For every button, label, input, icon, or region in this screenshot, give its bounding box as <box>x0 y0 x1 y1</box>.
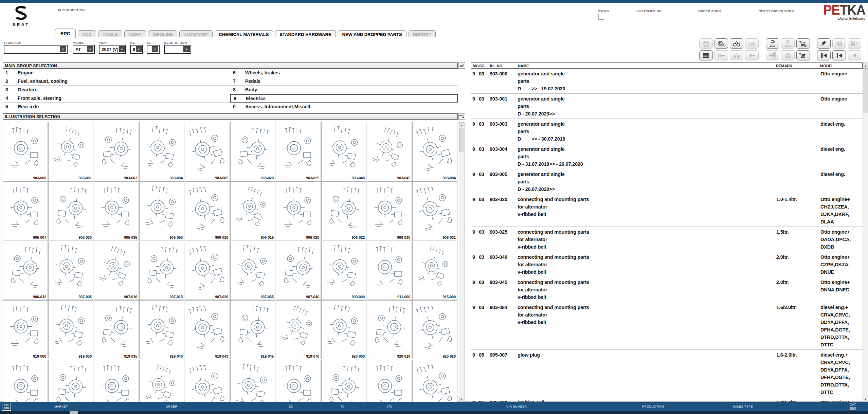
parts-row-903-020[interactable]: 903903-020connecting and mounting partsf… <box>471 194 863 227</box>
illustration-thumb-903-020[interactable]: 903-020 <box>230 122 275 181</box>
illustration-thumb-903-000[interactable]: 903-000 <box>3 122 48 181</box>
scrollbar-thumb[interactable] <box>459 128 464 152</box>
illustration-thumb-903-001[interactable]: 903-001 <box>48 122 93 181</box>
scroll-down-icon[interactable]: ▼ <box>863 397 868 402</box>
scrollbar-thumb[interactable] <box>863 68 868 112</box>
main-group-item-pedals[interactable]: 7Pedals <box>230 77 458 86</box>
illustration-thumb-903-003[interactable]: 903-003 <box>94 122 139 181</box>
scroll-down-icon[interactable]: ▼ <box>459 397 464 402</box>
illustration-thumb-919-030[interactable]: 919-030 <box>48 300 93 359</box>
nav-first-button[interactable] <box>817 50 831 60</box>
illustration-thumb[interactable] <box>276 360 321 402</box>
list-view-button[interactable] <box>699 50 713 60</box>
pushpin-button[interactable] <box>817 38 831 49</box>
year-combo[interactable]: 2027 (V) ▼ <box>99 45 126 54</box>
cart-out-button[interactable] <box>796 38 810 49</box>
illustration-thumb-920-010[interactable]: 920-010 <box>367 300 412 359</box>
illustration-thumb-907-020[interactable]: 907-020 <box>185 241 230 300</box>
cart-full-button[interactable] <box>796 50 810 60</box>
view-toggle-button[interactable] <box>458 113 465 120</box>
illustration-thumb[interactable] <box>3 360 48 402</box>
illustration-thumb-907-010[interactable]: 907-010 <box>94 241 139 300</box>
illustration-thumb-903-045[interactable]: 903-045 <box>367 122 412 181</box>
illustration-thumb-906-010[interactable]: 906-010 <box>185 181 230 240</box>
illustration-thumb-906-032[interactable]: 906-032 <box>3 241 48 300</box>
illustration-thumb[interactable] <box>185 360 230 402</box>
illustration-thumb[interactable] <box>367 360 412 402</box>
scroll-up-icon[interactable]: ▲ <box>863 63 868 68</box>
illustration-thumb-906-020[interactable]: 906-020 <box>276 181 321 240</box>
main-group-item-fuel-exhaust-cooling[interactable]: 2Fuel, exhaust, cooling <box>3 77 230 86</box>
illustration-thumb-907-005[interactable]: 907-005 <box>48 241 93 300</box>
illustration-thumb-906-030[interactable]: 906-030 <box>367 181 412 240</box>
illustration-thumb-919-000[interactable]: 919-000 <box>3 300 48 359</box>
parts-row-903-025[interactable]: 903903-025connecting and mounting partsf… <box>471 227 863 252</box>
illustration-thumb-906-022[interactable]: 906-022 <box>321 181 366 240</box>
main-group-item-rear-axle[interactable]: 5Rear axle <box>3 103 230 111</box>
illustration-thumb-907-015[interactable]: 907-015 <box>139 241 184 300</box>
illustration-thumb[interactable] <box>412 360 457 402</box>
parts-row-903-084[interactable]: 903903-084connecting and mounting partsf… <box>471 302 863 350</box>
parts-row-903-040[interactable]: 903903-040connecting and mounting partsf… <box>471 252 863 277</box>
illustration-thumb-903-004[interactable]: 903-004 <box>139 122 184 181</box>
tyre-service-button[interactable] <box>715 38 728 49</box>
main-group-item-wheels-brakes[interactable]: 6Wheels, brakes <box>230 69 458 77</box>
mg-combo[interactable]: 9 ▼ <box>130 45 143 54</box>
parts-row-903-000[interactable]: 903903-000generator and singlepartsD >> … <box>471 69 863 94</box>
illustration-thumb[interactable] <box>48 360 93 402</box>
parts-row-903-003[interactable]: 903903-003generator and singlepartsD >> … <box>471 119 863 144</box>
illustration-thumb-911-000[interactable]: 911-000 <box>367 241 412 300</box>
illustration-thumb-915-000[interactable]: 915-000 <box>412 241 457 300</box>
illustration-thumb-919-045[interactable]: 919-045 <box>230 300 275 359</box>
fi-search-combo[interactable]: ▼ <box>4 45 68 54</box>
illustration-thumb[interactable] <box>139 360 184 402</box>
illustration-combo[interactable]: ▼ <box>164 45 191 54</box>
main-group-item-body[interactable]: 8Body <box>230 86 458 94</box>
tab-epc[interactable]: EPC <box>55 29 76 38</box>
illustration-thumb-903-025[interactable]: 903-025 <box>276 122 321 181</box>
parts-row-905-007[interactable]: 905905-007glow plug1.6-2.0ltr.diesel eng… <box>471 350 863 397</box>
sg-combo[interactable]: ▼ <box>147 45 160 54</box>
nav-prev-button[interactable] <box>832 50 846 60</box>
binoculars-button[interactable] <box>730 38 743 49</box>
model-dropdown-button[interactable]: ▼ <box>87 46 93 52</box>
parts-row-905-030[interactable]: 905905-030ignition coil1.0/1.4ltr.Otto e… <box>471 397 863 402</box>
parts-row-903-001[interactable]: 903903-001generator and singlepartsD - 2… <box>471 94 863 119</box>
hide-panel-button[interactable] <box>458 62 465 69</box>
model-combo[interactable]: AT ▼ <box>73 45 95 54</box>
illustration-thumb-920-000[interactable]: 920-000 <box>321 300 366 359</box>
illustration-thumb-920-020[interactable]: 920-020 <box>412 300 457 359</box>
main-group-item-gearbox[interactable]: 3Gearbox <box>3 86 230 94</box>
parts-row-903-004[interactable]: 903903-004generator and singlepartsD - 3… <box>471 144 863 169</box>
stock-checkbox[interactable] <box>598 14 604 20</box>
main-group-item-engine[interactable]: 1Engine <box>3 69 230 77</box>
main-group-item-access-infotainment-miscell[interactable]: 0Access.,Infotainment,Miscell. <box>230 103 458 111</box>
illustration-thumb[interactable] <box>230 360 275 402</box>
illustration-thumb-903-040[interactable]: 903-040 <box>321 122 366 181</box>
illustration-thumb-906-015[interactable]: 906-015 <box>230 181 275 240</box>
illustration-thumb-909-000[interactable]: 909-000 <box>321 241 366 300</box>
illustration-thumb-906-031[interactable]: 906-031 <box>412 181 457 240</box>
parts-row-903-045[interactable]: 903903-045connecting and mounting partsf… <box>471 277 863 302</box>
illustration-thumb-903-005[interactable]: 903-005 <box>185 122 230 181</box>
year-dropdown-button[interactable]: ▼ <box>119 46 125 52</box>
parts-row-903-005[interactable]: 903903-005generator and singlepartsD - 2… <box>471 169 863 194</box>
illustration-thumb[interactable] <box>94 360 139 402</box>
fi-search-dropdown-button[interactable]: ▼ <box>60 46 66 52</box>
elsa-screen-button[interactable]: ELSA <box>766 38 779 49</box>
illustration-thumb[interactable] <box>321 360 366 402</box>
illustration-thumb-919-035[interactable]: 919-035 <box>94 300 139 359</box>
illustration-thumb-907-040[interactable]: 907-040 <box>276 241 321 300</box>
illustration-thumb-905-030[interactable]: 905-030 <box>48 181 93 240</box>
illustration-thumb-919-040[interactable]: 919-040 <box>139 300 184 359</box>
main-group-item-electrics[interactable]: 9Electrics <box>230 94 458 103</box>
illustration-thumb-905-007[interactable]: 905-007 <box>3 181 48 240</box>
illustration-thumb-919-070[interactable]: 919-070 <box>276 300 321 359</box>
illustration-dropdown-button[interactable]: ▼ <box>183 46 190 52</box>
scroll-up-icon[interactable]: ▲ <box>459 122 464 127</box>
illustration-thumb-905-050[interactable]: 905-050 <box>139 181 184 240</box>
illustration-thumb-907-035[interactable]: 907-035 <box>230 241 275 300</box>
illustration-thumb-903-084[interactable]: 903-084 <box>412 122 457 181</box>
mg-dropdown-button[interactable]: ▼ <box>136 46 142 52</box>
illustration-thumb-919-043[interactable]: 919-043 <box>185 300 230 359</box>
